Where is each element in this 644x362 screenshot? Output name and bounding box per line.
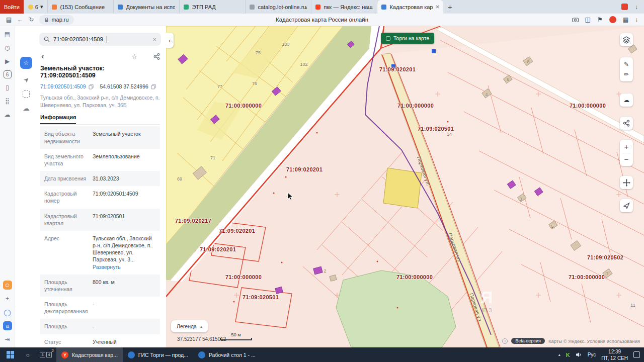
download-icon[interactable]: ↓ — [635, 16, 638, 23]
my-location-button[interactable] — [620, 199, 633, 212]
info-row-label: Кадастровый квартал — [44, 213, 88, 227]
copy-icon[interactable] — [89, 84, 94, 89]
clear-search-icon[interactable]: × — [152, 36, 156, 43]
clock-widget[interactable]: 12:39 ПТ, 12 СЕН — [601, 348, 628, 361]
copy-coordinates-icon[interactable] — [151, 84, 156, 89]
browser-tab[interactable]: (153) Сообщение — [48, 0, 114, 14]
browser-tab[interactable]: Кадастровая карта Рос× — [377, 0, 443, 14]
antivirus-tray-icon[interactable]: K — [566, 352, 570, 358]
search-value: 71:09:020501:4509 — [53, 36, 103, 42]
share-map-button[interactable] — [620, 117, 633, 130]
torgi-on-map-button[interactable]: Торги на карте — [381, 33, 434, 44]
edit-pen-icon[interactable]: ✏ — [624, 71, 629, 77]
video-play-icon[interactable]: ▶ — [3, 57, 12, 66]
info-table: Вид объекта недвижимостиЗемельный участо… — [40, 126, 160, 347]
browser-login-button[interactable]: Войти — [0, 0, 24, 14]
screenshot-camera-icon[interactable] — [572, 17, 579, 22]
zoom-in-button[interactable]: + — [620, 141, 633, 153]
cloud-sync-icon[interactable]: ☁ — [3, 110, 12, 119]
screens-icon[interactable]: ◫ — [585, 16, 591, 23]
screen: Войти 6 ▾ (153) СообщениеДокументы на ис… — [0, 0, 644, 362]
tab-group-color-dot — [28, 5, 33, 10]
browser-tab[interactable]: catalog.lot-online.ru/inde — [246, 0, 311, 14]
action-center-icon[interactable] — [633, 351, 640, 358]
upload-cloud-button[interactable]: ☁ — [620, 94, 633, 107]
info-row-value: 31.03.2023 — [93, 175, 156, 182]
messenger-icon[interactable]: ☺ — [3, 281, 12, 290]
layers-button[interactable] — [620, 33, 633, 46]
favorite-star-icon[interactable]: ☆ — [131, 53, 137, 60]
rail-cloud-icon[interactable]: ☁ — [23, 105, 30, 112]
downloads-tray-icon[interactable]: ↓ — [635, 4, 638, 11]
info-row-label: Площадь уточненная — [44, 279, 88, 293]
panel-collapse-button[interactable]: ‹ — [166, 33, 174, 48]
tab-close-icon[interactable]: × — [436, 4, 440, 10]
collapse-strip-icon[interactable]: ⇥ — [3, 335, 12, 344]
refresh-icon[interactable]: ↻ — [29, 16, 34, 23]
taskbar-app[interactable]: ГИС Торги — прод... — [123, 347, 193, 362]
tab-information[interactable]: Информация — [40, 114, 76, 124]
tabs-count-badge[interactable]: 6 — [4, 70, 12, 78]
cadastral-number-link[interactable]: 71:09:020501:4509 — [40, 83, 86, 89]
add-service-icon[interactable]: + — [3, 294, 12, 303]
map-viewport[interactable]: 71:09:02020171:00:00000071:00:00000071:0… — [166, 26, 644, 347]
map-drawing — [166, 26, 644, 347]
browser-tab[interactable]: Документы на исполнен — [114, 0, 180, 14]
panel-mini-rail: ☆ ➤ ☁ — [15, 49, 37, 347]
browser-address-bar: ▤ ← ↻ map.ru Кадастровая карта России он… — [0, 14, 644, 26]
speaker-icon[interactable] — [576, 352, 582, 357]
info-icon[interactable]: i — [502, 338, 508, 344]
info-row-label: Вид объекта недвижимости — [44, 130, 88, 144]
sidebar-toggle-icon[interactable]: ▤ — [6, 16, 12, 23]
new-tab-button[interactable]: + — [443, 0, 456, 14]
back-icon[interactable]: ← — [17, 16, 23, 23]
phone-sync-icon[interactable]: ▯ — [3, 83, 12, 92]
favorites-star-button[interactable]: ☆ — [20, 57, 32, 69]
measure-pencil-icon[interactable]: ✎ — [624, 61, 629, 67]
info-row-value: 71:09:020501:4509 — [93, 190, 156, 204]
select-pointer-icon[interactable]: ➤ — [22, 75, 31, 84]
qr-scan-icon[interactable]: ⣿ — [3, 97, 12, 106]
browser-side-strip: ▤ ◷ ▶ 6 ▯ ⣿ ☁ ☺ + ◯ а ⇥ — [0, 26, 15, 347]
app-icon: Y — [61, 351, 68, 358]
info-row-value: - — [93, 323, 156, 330]
zoom-out-button[interactable]: − — [620, 153, 633, 165]
info-row-label: Площадь — [44, 323, 88, 330]
browser-tab[interactable]: пкк — Яндекс: нашлось — [311, 0, 377, 14]
chats-panel-icon[interactable]: ▤ — [3, 30, 12, 39]
tab-label: пкк — Яндекс: нашлось — [324, 4, 373, 10]
beta-badge: Beta-версия — [511, 338, 545, 344]
area-select-icon[interactable] — [23, 90, 30, 98]
bookmark-flag-icon[interactable]: ⚑ — [597, 16, 603, 23]
app-tile-icon[interactable]: а — [3, 321, 12, 330]
start-button[interactable] — [0, 347, 20, 362]
back-chevron-icon[interactable]: ‹ — [40, 51, 45, 61]
scale-line — [220, 338, 252, 340]
expand-address-link[interactable]: Развернуть — [93, 264, 121, 270]
browser-tab[interactable]: ЭТП РАД — [180, 0, 246, 14]
collections-grid-icon[interactable]: ▦ — [623, 16, 628, 23]
desktops-widget[interactable]: 2 3 4 — [35, 347, 56, 362]
tab-label: ЭТП РАД — [192, 4, 241, 10]
pan-mode-button[interactable] — [620, 176, 633, 189]
search-input[interactable]: 71:09:020501:4509 × — [39, 33, 161, 46]
info-row-label: Площадь декларированная — [44, 301, 88, 315]
hidden-icons-chevron[interactable]: ▴ — [558, 352, 560, 357]
alice-ring-icon[interactable]: ◯ — [3, 308, 12, 317]
url-field[interactable]: map.ru — [39, 15, 73, 25]
language-indicator[interactable]: Рус — [588, 352, 596, 357]
tab-group-chip[interactable]: 6 ▾ — [24, 0, 48, 14]
taskbar-app[interactable]: YКадастровая кар... — [56, 347, 123, 362]
profile-avatar[interactable] — [609, 16, 616, 23]
history-clock-icon[interactable]: ◷ — [3, 43, 12, 52]
red-extension-icon[interactable] — [621, 4, 628, 10]
taskbar-app[interactable]: Рабочий стол 1 - ... — [193, 347, 261, 362]
object-address: Тульская обл., Заокский р-н, с/п Демидов… — [40, 94, 160, 109]
chevron-down-icon: ▾ — [40, 4, 43, 10]
info-row-value: Тульская обл., Заокский р-н, с/п Демидов… — [93, 235, 156, 270]
legend-button[interactable]: Легенда ▴ — [171, 320, 208, 332]
app-icon — [198, 351, 205, 358]
share-icon[interactable] — [153, 53, 160, 60]
taskbar-search-icon[interactable]: ○ — [20, 347, 35, 362]
attribution-terms-link[interactable]: Условия использования — [587, 338, 640, 344]
